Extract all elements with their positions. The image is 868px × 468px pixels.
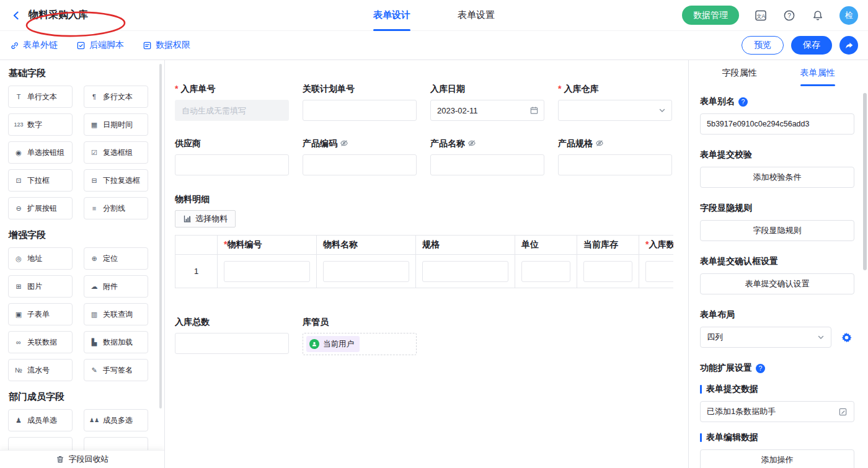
required-mark: * bbox=[175, 82, 178, 95]
tab-form-design[interactable]: 表单设计 bbox=[373, 0, 410, 31]
unit-input[interactable] bbox=[521, 261, 570, 282]
field-label: 入库总数 bbox=[175, 316, 210, 328]
external-link-label: 表单外链 bbox=[23, 40, 58, 51]
supplier-input[interactable] bbox=[175, 154, 289, 175]
sidebar-item-linked-query[interactable]: ▥关联查询 bbox=[84, 303, 148, 325]
share-button[interactable] bbox=[839, 36, 858, 55]
sidebar-item-member-single[interactable]: ♟成员单选 bbox=[8, 409, 73, 431]
help-icon[interactable]: ? bbox=[756, 364, 765, 373]
sidebar-item-label: 附件 bbox=[103, 281, 118, 292]
cell-spec bbox=[416, 255, 515, 288]
sidebar-item-signature[interactable]: ✎手写签名 bbox=[84, 359, 148, 381]
layout-select[interactable]: 四列 bbox=[700, 327, 831, 348]
submit-confirm-button[interactable]: 表单提交确认设置 bbox=[700, 273, 854, 294]
sidebar-item-multi-select[interactable]: ⊟下拉复选框 bbox=[84, 169, 148, 192]
eye-off-icon bbox=[467, 139, 476, 148]
sidebar-item-single-line-text[interactable]: T单行文本 bbox=[8, 86, 73, 108]
subform-title: 物料明细 bbox=[175, 194, 673, 205]
external-link-button[interactable]: 表单外链 bbox=[10, 40, 58, 51]
save-button[interactable]: 保存 bbox=[791, 36, 832, 55]
layout-settings-gear-icon[interactable] bbox=[840, 331, 852, 343]
sidebar-item-multi-line-text[interactable]: ¶多行文本 bbox=[84, 86, 148, 108]
checkbox-icon: ☑ bbox=[89, 149, 99, 157]
page-title: 物料采购入库 bbox=[29, 9, 88, 22]
plan-no-input[interactable] bbox=[303, 100, 417, 121]
field-visibility-label: 字段显隐规则 bbox=[700, 203, 854, 214]
current-user-label: 当前用户 bbox=[323, 339, 354, 350]
sidebar-item-serial-number[interactable]: №流水号 bbox=[8, 359, 73, 381]
sidebar-item-label: 日期时间 bbox=[103, 120, 133, 130]
sidebar-item-label: 下拉复选框 bbox=[103, 175, 140, 186]
submit-data-box[interactable]: 已添加1条数据助手 bbox=[700, 401, 854, 422]
sidebar-item-divider[interactable]: ≡分割线 bbox=[84, 197, 148, 219]
sidebar-item-extend-button[interactable]: ⊖扩展按钮 bbox=[8, 197, 73, 219]
number-icon: 123 bbox=[14, 121, 24, 128]
subform-icon: ▣ bbox=[14, 311, 24, 319]
material-code-input[interactable] bbox=[224, 261, 310, 282]
user-avatar[interactable]: 检 bbox=[839, 6, 858, 25]
sidebar-item-datetime[interactable]: ▦日期时间 bbox=[84, 113, 148, 136]
topbar: 物料采购入库 表单设计 表单设置 数据管理 文A ? 检 bbox=[0, 0, 868, 31]
spec-input[interactable] bbox=[422, 261, 508, 282]
sidebar-item-member-multi[interactable]: ♟♟成员多选 bbox=[84, 409, 148, 431]
data-manage-button[interactable]: 数据管理 bbox=[682, 6, 739, 25]
warehouse-select[interactable] bbox=[558, 100, 672, 121]
backend-script-button[interactable]: 后端脚本 bbox=[76, 40, 124, 51]
sidebar-item-attachment[interactable]: ☁附件 bbox=[84, 275, 148, 298]
page-scrollbar[interactable] bbox=[863, 93, 867, 270]
tab-form-settings[interactable]: 表单设置 bbox=[458, 0, 495, 31]
sidebar-item-select[interactable]: ⊡下拉框 bbox=[8, 169, 73, 192]
sidebar-item-label: 数字 bbox=[27, 120, 42, 130]
field-visibility-button[interactable]: 字段显隐规则 bbox=[700, 220, 854, 241]
field-supplier: 供应商 bbox=[175, 137, 289, 175]
data-permission-button[interactable]: 数据权限 bbox=[143, 40, 190, 51]
row-index: 1 bbox=[175, 255, 218, 288]
field-recycle-bin[interactable]: 字段回收站 bbox=[0, 450, 164, 468]
product-spec-input[interactable] bbox=[558, 154, 672, 175]
sidebar-item-data-load[interactable]: ▙数据加载 bbox=[84, 331, 148, 353]
inbound-date-input[interactable] bbox=[430, 100, 544, 121]
keeper-field[interactable]: 当前用户 bbox=[303, 333, 417, 355]
tab-form-settings-label: 表单设置 bbox=[458, 9, 495, 21]
sidebar-item-address[interactable]: ◎地址 bbox=[8, 247, 73, 270]
sidebar-item-number[interactable]: 123数字 bbox=[8, 113, 73, 136]
inbound-no-input[interactable] bbox=[175, 100, 289, 121]
help-icon[interactable]: ? bbox=[782, 9, 796, 22]
notification-bell-icon[interactable] bbox=[811, 9, 825, 22]
chevron-down-icon bbox=[658, 107, 666, 114]
linked-data-icon: ∞ bbox=[14, 338, 24, 346]
form-row: *入库单号 关联计划单号 入库日期 *入库仓库 bbox=[175, 82, 673, 121]
product-code-input[interactable] bbox=[303, 154, 417, 175]
select-material-button[interactable]: 选择物料 bbox=[175, 210, 236, 227]
preview-button[interactable]: 预览 bbox=[742, 36, 784, 55]
inbound-qty-input[interactable] bbox=[645, 261, 673, 282]
help-icon[interactable]: ? bbox=[738, 97, 748, 107]
product-name-input[interactable] bbox=[430, 154, 544, 175]
svg-text:文A: 文A bbox=[756, 12, 766, 19]
field-label: 产品名称 bbox=[430, 137, 465, 149]
subform-header-spec: 规格 bbox=[416, 236, 515, 255]
subform-header-material-code: *物料编号 bbox=[218, 236, 317, 255]
total-qty-input[interactable] bbox=[175, 333, 289, 354]
sidebar-item-checkbox-group[interactable]: ☑复选框组 bbox=[84, 141, 148, 164]
sidebar-item-subform[interactable]: ▣子表单 bbox=[8, 303, 73, 325]
sidebar-item-linked-data[interactable]: ∞关联数据 bbox=[8, 331, 73, 353]
back-button[interactable] bbox=[10, 9, 22, 22]
tab-form-properties[interactable]: 表单属性 bbox=[800, 60, 835, 86]
designer-toolbar: 表单外链 后端脚本 数据权限 预览 保存 bbox=[0, 31, 868, 60]
extension-settings-label-text: 功能扩展设置 bbox=[700, 363, 752, 374]
sidebar-item-radio-group[interactable]: ◉单选按钮组 bbox=[8, 141, 73, 164]
sidebar-item-image[interactable]: ⊞图片 bbox=[8, 275, 73, 298]
current-user-tag[interactable]: 当前用户 bbox=[306, 336, 360, 352]
tab-field-properties[interactable]: 字段属性 bbox=[722, 60, 757, 86]
stock-input[interactable] bbox=[583, 261, 632, 282]
edit-icon[interactable] bbox=[838, 407, 848, 417]
add-operation-button[interactable]: 添加操作 bbox=[700, 449, 854, 468]
sidebar-scrollbar[interactable] bbox=[159, 64, 162, 408]
sidebar-item-location[interactable]: ⊕定位 bbox=[84, 247, 148, 270]
form-alias-input[interactable] bbox=[700, 113, 854, 135]
member-multi-icon: ♟♟ bbox=[89, 417, 99, 423]
translate-icon[interactable]: 文A bbox=[754, 9, 768, 22]
material-name-input[interactable] bbox=[323, 261, 409, 282]
add-validation-button[interactable]: 添加校验条件 bbox=[700, 167, 854, 188]
